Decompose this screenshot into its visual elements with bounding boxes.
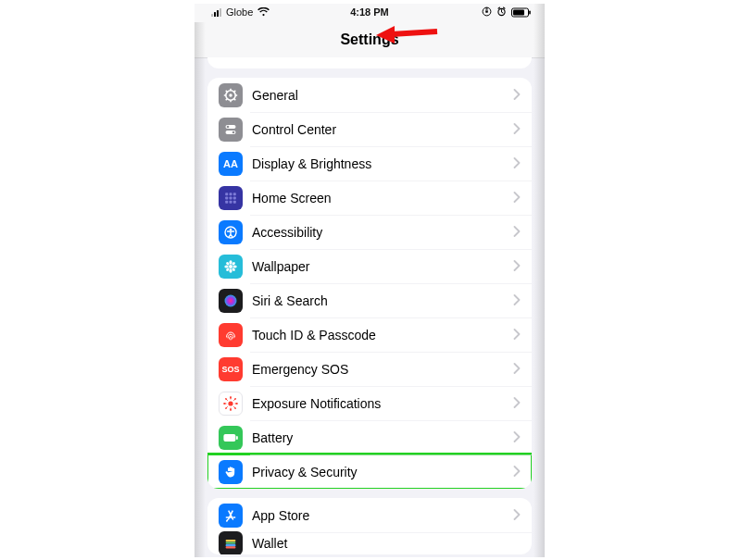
settings-row-app-store[interactable]: App Store (207, 498, 532, 532)
chevron-right-icon (513, 361, 521, 378)
row-label: Battery (252, 430, 513, 445)
exposure-icon (219, 392, 243, 416)
settings-row-emergency-sos[interactable]: SOS Emergency SOS (207, 352, 532, 386)
chevron-right-icon (513, 395, 521, 412)
settings-row-siri[interactable]: Siri & Search (207, 283, 532, 317)
row-label: Privacy & Security (252, 465, 513, 479)
settings-row-home-screen[interactable]: Home Screen (207, 180, 532, 215)
svg-rect-1 (485, 11, 488, 13)
svg-rect-67 (226, 544, 236, 547)
svg-rect-4 (513, 10, 524, 16)
row-label: Wallet (252, 536, 521, 551)
svg-point-7 (229, 93, 232, 96)
alarm-icon (496, 6, 507, 19)
svg-rect-5 (529, 11, 531, 15)
svg-point-31 (229, 265, 232, 268)
accessibility-icon (219, 220, 243, 244)
svg-point-56 (234, 398, 236, 400)
row-label: Home Screen (252, 191, 513, 205)
settings-row-control-center[interactable]: Control Center (207, 112, 532, 146)
battery-icon (511, 7, 532, 18)
svg-point-33 (229, 268, 232, 272)
chevron-right-icon (513, 224, 521, 241)
svg-rect-24 (230, 196, 232, 199)
wallpaper-icon (219, 255, 243, 279)
chevron-right-icon (513, 258, 521, 275)
settings-row-wallpaper[interactable]: Wallpaper (207, 249, 532, 283)
svg-point-30 (230, 228, 232, 230)
svg-point-35 (232, 265, 236, 268)
settings-row-wallet[interactable]: Wallet (207, 532, 532, 554)
row-label: Siri & Search (252, 293, 513, 308)
sos-icon: SOS (219, 357, 243, 381)
svg-point-55 (234, 406, 236, 408)
row-label: Exposure Notifications (252, 396, 513, 411)
settings-row-exposure-notifications[interactable]: Exposure Notifications (207, 386, 532, 420)
home-grid-icon (219, 186, 243, 210)
svg-rect-23 (225, 196, 228, 199)
svg-rect-22 (233, 193, 236, 195)
chevron-right-icon (513, 156, 521, 172)
text-size-icon: AA (219, 152, 243, 176)
svg-point-54 (225, 398, 227, 400)
svg-rect-65 (226, 540, 236, 541)
chevron-right-icon (513, 87, 521, 104)
svg-rect-25 (233, 196, 236, 199)
chevron-right-icon (513, 190, 521, 206)
svg-point-51 (230, 408, 232, 410)
settings-group-previous-tail (207, 57, 532, 68)
svg-rect-59 (236, 436, 238, 440)
svg-rect-20 (225, 193, 228, 195)
app-store-icon (219, 504, 243, 528)
settings-group-store: App Store Wallet (207, 498, 532, 554)
hand-icon (219, 460, 243, 484)
svg-point-34 (224, 265, 228, 268)
settings-row-battery[interactable]: Battery (207, 420, 532, 454)
chevron-right-icon (513, 292, 521, 309)
settings-screen: Globe 4:18 PM Settings (195, 4, 545, 557)
svg-point-52 (224, 403, 226, 404)
row-label: Wallpaper (252, 259, 513, 274)
svg-rect-66 (226, 541, 236, 543)
settings-row-privacy-security[interactable]: Privacy & Security (207, 454, 532, 489)
svg-point-32 (229, 260, 232, 264)
svg-point-19 (232, 131, 235, 133)
svg-line-64 (227, 519, 228, 520)
row-label: Touch ID & Passcode (252, 328, 513, 342)
svg-rect-68 (226, 546, 236, 548)
settings-row-touch-id[interactable]: Touch ID & Passcode (207, 317, 532, 352)
chevron-right-icon (513, 121, 521, 138)
svg-rect-26 (225, 200, 228, 203)
svg-point-17 (227, 125, 230, 128)
navigation-bar: Settings (195, 22, 545, 58)
svg-line-14 (234, 90, 236, 92)
status-bar: Globe 4:18 PM (195, 4, 545, 22)
settings-row-display-brightness[interactable]: AA Display & Brightness (207, 146, 532, 180)
chevron-right-icon (513, 507, 521, 524)
page-title: Settings (340, 31, 398, 48)
svg-point-50 (230, 396, 232, 398)
row-label: Control Center (252, 122, 513, 137)
row-label: App Store (252, 508, 513, 523)
svg-rect-27 (230, 200, 232, 203)
gear-icon (219, 83, 243, 107)
svg-line-13 (234, 98, 236, 100)
chevron-right-icon (513, 429, 521, 446)
battery-row-icon (219, 426, 243, 450)
fingerprint-icon (219, 323, 243, 347)
svg-point-40 (225, 294, 237, 306)
row-label: Display & Brightness (252, 156, 513, 171)
settings-group-main: General Control Center AA Display & Brig… (207, 78, 532, 489)
svg-rect-58 (223, 434, 235, 442)
siri-icon (219, 289, 243, 313)
wallet-icon (219, 531, 243, 554)
svg-line-15 (226, 98, 228, 100)
svg-line-12 (226, 90, 228, 92)
orientation-lock-icon (482, 6, 492, 19)
svg-rect-21 (230, 193, 232, 195)
settings-row-accessibility[interactable]: Accessibility (207, 215, 532, 249)
settings-row-general[interactable]: General (207, 78, 532, 112)
svg-point-53 (236, 403, 238, 404)
svg-rect-28 (233, 200, 236, 203)
svg-point-57 (225, 406, 227, 408)
